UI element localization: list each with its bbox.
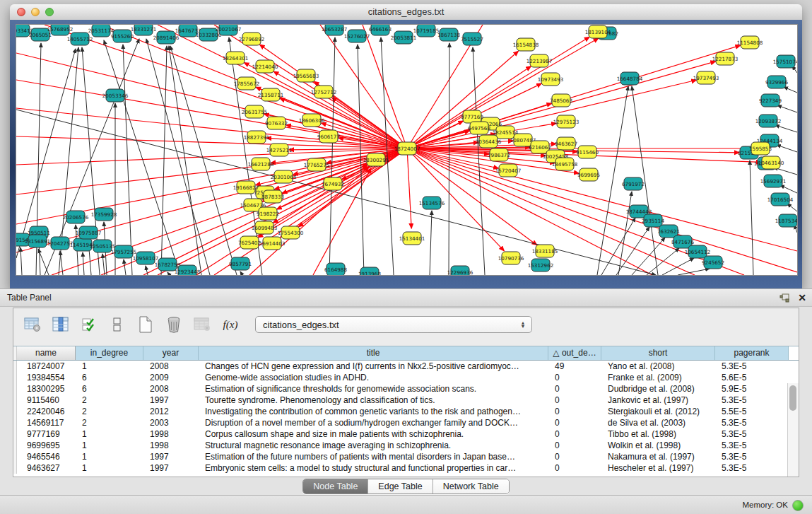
table-cell: 1997	[143, 462, 199, 474]
memory-status-label: Memory: OK	[742, 501, 788, 509]
table-row[interactable]: 977716911998Corpus callosum shape and si…	[13, 428, 799, 440]
tab-network-table[interactable]: Network Table	[433, 479, 509, 493]
table-cell: Nakamura et al. (1997)	[601, 451, 715, 462]
network-edge	[449, 43, 449, 275]
row-height-icon[interactable]	[108, 315, 126, 334]
table-cell: 1998	[143, 428, 199, 440]
network-edge	[167, 272, 170, 275]
network-node-label: 18264301	[223, 55, 249, 62]
network-node-label: 7485063	[550, 98, 572, 104]
table-row[interactable]: 969969511998Structural magnetic resonanc…	[13, 440, 799, 451]
table-cell: 0	[548, 428, 601, 440]
network-node-label: 7515527	[461, 36, 483, 42]
table-cell: 1	[76, 451, 143, 462]
table-scrollbar-thumb[interactable]	[789, 385, 796, 411]
network-node-label: 10790736	[498, 255, 524, 262]
network-node-label: 6791972	[622, 181, 645, 187]
column-header-short[interactable]: short	[601, 346, 715, 360]
network-node-label: 15720407	[495, 168, 522, 174]
table-cell: 2	[76, 417, 143, 428]
network-window-titlebar[interactable]: citations_edges.txt	[10, 4, 802, 21]
network-node-label: 19737493	[693, 75, 719, 81]
network-edge	[102, 254, 105, 275]
network-node-label: 10719185	[413, 28, 440, 34]
table-cell: 5.5E-5	[715, 406, 789, 417]
table-cell: 9699695	[17, 440, 76, 451]
table-toolbar: f(x) citations_edges.txt ▲▼	[13, 308, 799, 341]
network-node-label: 18495758	[552, 161, 578, 168]
network-graph: 1893341220650511576895214055712205311749…	[16, 25, 797, 275]
table-cell: Estimation of the future numbers of pati…	[199, 451, 548, 462]
table-panel: Table Panel ✕	[0, 288, 812, 496]
table-cell: 1	[76, 361, 143, 372]
table-row[interactable]: 1456911722003Disruption of a novel membe…	[13, 417, 799, 428]
network-node-label: 8471676	[671, 239, 694, 245]
column-header-out_de[interactable]: △ out_de…	[548, 346, 601, 360]
network-node-label: 18606306	[299, 117, 325, 124]
network-edge	[158, 148, 407, 275]
float-panel-icon[interactable]	[779, 293, 789, 303]
network-node-label: 9198222	[257, 211, 279, 217]
network-node-label: 16154838	[513, 42, 539, 48]
network-edge	[784, 87, 797, 93]
table-row[interactable]: 946362711997Embryonic stem cells: a mode…	[13, 462, 799, 474]
network-edge	[407, 45, 741, 148]
table-cell: 0	[548, 395, 601, 406]
table-column-icon[interactable]	[52, 315, 70, 334]
table-cell: 22420046	[17, 406, 76, 417]
network-node-label: 12217873	[712, 56, 739, 62]
table-row[interactable]: 1938455462009Genome-wide association stu…	[13, 372, 799, 383]
table-cell: Estimation of significance thresholds fo…	[199, 383, 548, 395]
table-cell: 2	[76, 395, 143, 406]
table-cell: 9777169	[17, 428, 76, 440]
close-panel-icon[interactable]: ✕	[798, 292, 806, 303]
new-file-icon[interactable]	[136, 315, 155, 334]
table-row[interactable]: 1872400712008Changes of HCN gene express…	[13, 361, 799, 372]
table-cell: 9465546	[17, 451, 76, 462]
network-node-label: 10653287	[322, 26, 348, 33]
network-node-label: 16099483	[252, 225, 278, 231]
status-bar: Memory: OK	[0, 495, 812, 514]
column-header-in_degree[interactable]: in_degree	[76, 346, 143, 360]
table-cell: 6	[76, 383, 143, 395]
tab-node-table[interactable]: Node Table	[303, 479, 368, 493]
table-cell: 2003	[143, 417, 199, 428]
table-cell: Yano et al. (2008)	[601, 361, 715, 372]
table-cell: 0	[548, 440, 601, 451]
network-window-frame: 1893341220650511576895214055712205311749…	[10, 20, 802, 288]
network-node-label: 17765275	[304, 162, 330, 168]
table-row[interactable]: 1830029562008Estimation of significance …	[13, 383, 799, 395]
function-icon[interactable]: f(x)	[221, 315, 240, 334]
table-scrollbar[interactable]	[787, 383, 799, 477]
memory-status-led-icon[interactable]	[792, 500, 804, 511]
table-row[interactable]: 946554611997Estimation of the future num…	[13, 451, 799, 462]
column-header-name[interactable]: name	[17, 346, 76, 360]
table-header-row: namein_degreeyeartitle△ out_de…shortpage…	[13, 346, 799, 361]
network-edge	[407, 148, 411, 228]
table-row[interactable]: 2242004622012Investigating the contribut…	[13, 406, 799, 417]
table-cell: 9115460	[17, 395, 76, 406]
table-panel-title: Table Panel	[7, 293, 52, 303]
select-rows-icon[interactable]	[80, 315, 98, 334]
column-header-title[interactable]: title	[199, 346, 548, 360]
trash-icon[interactable]	[165, 315, 183, 334]
tab-edge-table[interactable]: Edge Table	[368, 479, 433, 493]
table-row[interactable]: 911546021997Tourette syndrome. Phenomeno…	[13, 395, 799, 406]
network-node-label: 12296936	[447, 269, 473, 276]
table-settings-icon[interactable]	[23, 315, 42, 334]
network-node-label: 7625402	[238, 240, 261, 246]
network-node-label: 9245652	[702, 259, 724, 266]
table-selector[interactable]: citations_edges.txt ▲▼	[255, 316, 532, 333]
network-node-label: 9115460	[576, 149, 599, 156]
table-cell: de Silva et al. (2003)	[601, 417, 715, 428]
table-cell: 1	[76, 462, 143, 474]
network-node-label: 1867138	[437, 32, 460, 38]
column-header-pagerank[interactable]: pagerank	[715, 346, 789, 360]
table-cell: 1997	[143, 451, 199, 462]
network-node-label: 10973493	[538, 76, 564, 83]
network-node-label: 20631755	[242, 109, 268, 115]
table-cell: 2009	[143, 372, 199, 383]
table-cell: 14569117	[17, 417, 76, 428]
column-header-year[interactable]: year	[143, 346, 199, 360]
network-view-canvas[interactable]: 1893341220650511576895214055712205311749…	[16, 24, 798, 276]
